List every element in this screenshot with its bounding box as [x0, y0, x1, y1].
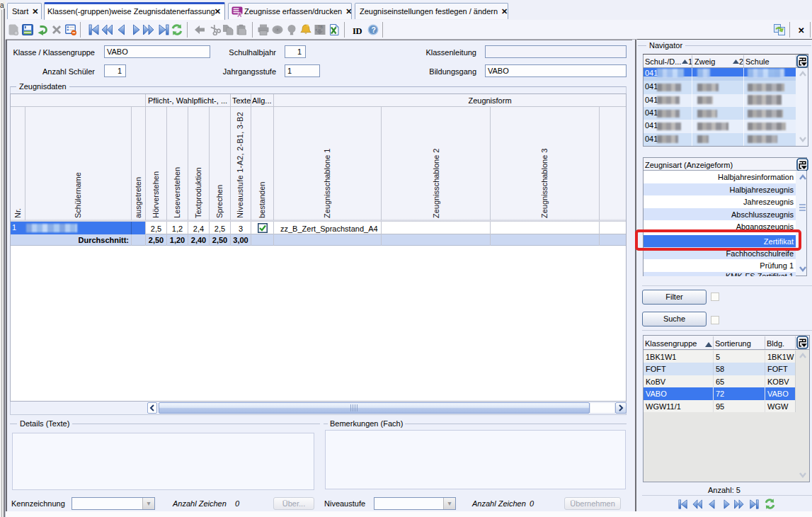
svg-text:TB: TB	[318, 25, 323, 29]
svg-text:?: ?	[371, 25, 375, 34]
